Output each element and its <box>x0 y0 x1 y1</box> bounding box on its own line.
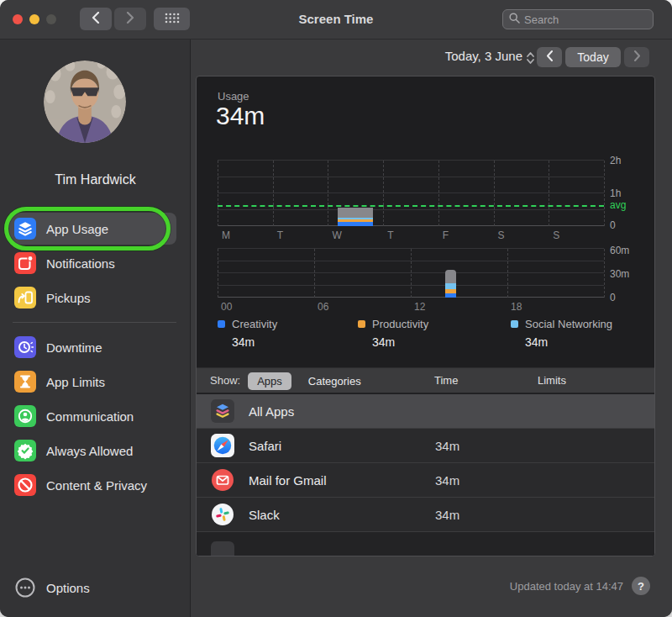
gridline <box>438 161 439 226</box>
gridline <box>218 209 604 210</box>
sidebar-item-pickups[interactable]: Pickups <box>0 282 189 314</box>
sidebar-item-label: Content & Privacy <box>46 478 147 493</box>
sidebar-item-communication[interactable]: Communication <box>0 400 189 432</box>
today-button[interactable]: Today <box>565 47 621 67</box>
gridline <box>218 161 218 226</box>
gridline <box>218 177 604 177</box>
legend-item-productivity: Productivity34m <box>358 318 428 349</box>
help-button[interactable]: ? <box>632 577 650 595</box>
bar-segment-social-networking <box>445 283 456 290</box>
app-usage-list: All AppsSafari34mMail for Gmail34mSlack3… <box>197 394 654 556</box>
legend-name: Social Networking <box>525 318 612 330</box>
all-apps-icon <box>211 399 234 423</box>
app-name: Slack <box>249 508 280 522</box>
options-label: Options <box>46 581 90 595</box>
sidebar-item-downtime[interactable]: Downtime <box>0 331 189 363</box>
sidebar-item-always-allowed[interactable]: Always Allowed <box>0 435 189 467</box>
table-row-partial[interactable] <box>197 532 654 556</box>
content-privacy-icon <box>14 474 36 496</box>
usage-title: Usage <box>218 90 249 103</box>
title-bar: Screen Time Search <box>0 0 672 40</box>
hourly-usage-chart <box>218 249 604 298</box>
hour-tick-label: 06 <box>318 301 328 313</box>
column-header-time: Time <box>434 374 458 387</box>
day-tick-label: T <box>277 229 283 241</box>
day-tick-label: F <box>443 229 449 241</box>
sidebar-item-app-usage[interactable]: App Usage <box>8 213 176 245</box>
next-day-button[interactable] <box>624 47 649 67</box>
gridline <box>383 161 384 226</box>
column-header-limits: Limits <box>538 374 566 387</box>
screen-time-window: Screen Time Search <box>0 0 672 617</box>
sidebar-item-label: Notifications <box>46 256 115 271</box>
date-stepper[interactable] <box>526 50 535 69</box>
show-label: Show: <box>210 374 240 387</box>
sidebar-item-content-privacy[interactable]: Content & Privacy <box>0 469 189 501</box>
sidebar-item-label: Communication <box>46 409 134 424</box>
app-name: Mail for Gmail <box>249 473 327 488</box>
usage-card: Usage 34m MTWTFSS 2h 1h avg 0 00061218 6… <box>196 76 655 556</box>
sidebar-item-options[interactable]: Options <box>0 577 90 599</box>
table-row-all-apps[interactable]: All Apps <box>197 394 654 429</box>
sidebar-item-label: App Limits <box>46 375 105 389</box>
legend-item-creativity: Creativity34m <box>218 318 277 349</box>
mail-icon <box>211 468 234 492</box>
bar-segment-productivity <box>445 289 456 293</box>
chart-legend: Creativity34mProductivity34mSocial Netwo… <box>197 318 654 360</box>
sidebar-item-label: Always Allowed <box>46 444 133 458</box>
search-icon <box>509 12 520 27</box>
hour-tick-label: 00 <box>221 301 232 313</box>
user-name: Tim Hardwick <box>0 172 191 187</box>
app-usage-icon <box>14 218 36 240</box>
table-row-slack[interactable]: Slack34m <box>197 498 654 532</box>
hour-tick-label: 18 <box>511 301 522 313</box>
sidebar-item-label: Pickups <box>46 291 91 305</box>
gridline <box>328 161 328 226</box>
y-tick: 30m <box>610 268 629 280</box>
app-name: Safari <box>249 439 281 453</box>
sidebar-item-app-limits[interactable]: App Limits <box>0 366 189 398</box>
legend-value: 34m <box>232 335 277 349</box>
day-tick-label: W <box>332 229 341 241</box>
legend-item-social-networking: Social Networking34m <box>511 318 612 349</box>
legend-value: 34m <box>372 335 428 349</box>
sidebar-item-notifications[interactable]: Notifications <box>0 247 189 279</box>
legend-swatch <box>358 320 365 328</box>
segment-categories[interactable]: Categories <box>299 372 370 390</box>
y-tick: 0 <box>610 292 616 303</box>
usage-bar <box>338 208 373 226</box>
day-tick-label: T <box>387 229 393 241</box>
list-header-row: Show: AppsCategories Time Limits <box>197 367 654 393</box>
bar-segment-productivity <box>338 219 373 223</box>
app-limits-icon <box>14 371 36 393</box>
table-row-safari[interactable]: Safari34m <box>197 429 654 463</box>
search-input[interactable]: Search <box>502 9 654 29</box>
pickups-icon <box>14 287 36 308</box>
y-tick: 1h <box>610 187 621 199</box>
sidebar-item-label: Downtime <box>46 340 102 355</box>
hour-tick-label: 12 <box>414 301 425 313</box>
gridline <box>411 249 412 298</box>
chevron-right-icon <box>633 50 641 65</box>
legend-name: Creativity <box>232 318 277 330</box>
app-time: 34m <box>435 508 459 522</box>
sidebar: Tim Hardwick App UsageNotificationsPicku… <box>0 40 191 617</box>
sidebar-nav: App UsageNotificationsPickupsDowntimeApp… <box>0 213 189 504</box>
gridline <box>218 249 218 298</box>
slack-icon <box>211 503 234 526</box>
legend-name: Productivity <box>372 318 428 330</box>
sidebar-item-label: App Usage <box>46 222 108 236</box>
bar-segment-creativity <box>338 222 373 226</box>
chevron-left-icon <box>546 50 554 65</box>
previous-day-button[interactable] <box>537 47 562 67</box>
gridline <box>314 249 315 298</box>
segment-apps[interactable]: Apps <box>248 372 291 390</box>
updated-status: Updated today at 14:47 <box>510 580 623 593</box>
communication-icon <box>14 405 36 427</box>
bar-segment-creativity <box>445 293 456 298</box>
y-tick: 2h <box>610 155 621 166</box>
gridline <box>494 161 495 226</box>
day-tick-label: S <box>498 229 505 241</box>
gridline <box>218 192 604 193</box>
table-row-mail-for-gmail[interactable]: Mail for Gmail34m <box>197 463 654 498</box>
